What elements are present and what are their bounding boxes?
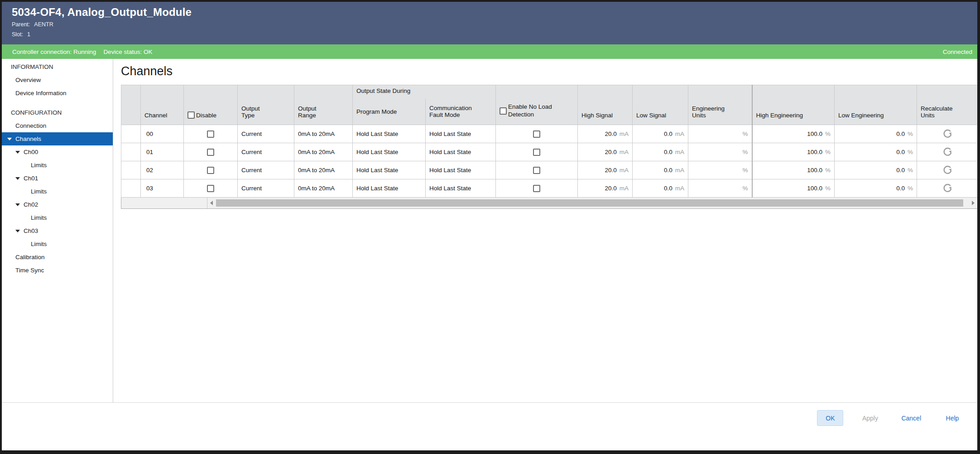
status-bar: Controller connection: Running Device st… xyxy=(2,44,977,59)
recalculate-icon[interactable] xyxy=(942,164,954,176)
recalculate-units-cell[interactable] xyxy=(917,179,977,198)
engineering-units-cell[interactable]: % xyxy=(688,125,752,143)
sidebar-item-ch00-limits[interactable]: Limits xyxy=(2,159,113,172)
horizontal-scrollbar[interactable] xyxy=(121,198,977,209)
apply-button[interactable]: Apply xyxy=(857,410,883,426)
disable-all-checkbox[interactable] xyxy=(187,111,195,119)
sidebar-item-label: Ch01 xyxy=(24,175,38,182)
recalculate-units-cell[interactable] xyxy=(917,161,977,179)
row-selector-cell[interactable] xyxy=(121,161,141,179)
channel-cell: 03 xyxy=(141,179,184,198)
col-header-disable: Disable xyxy=(184,85,238,125)
high-engineering-cell[interactable]: 100.0% xyxy=(752,125,835,143)
low-signal-cell[interactable]: 0.0mA xyxy=(633,161,688,179)
recalculate-units-cell[interactable] xyxy=(917,125,977,143)
output-range-cell[interactable]: 0mA to 20mA xyxy=(294,179,353,198)
sidebar-item-channels[interactable]: Channels xyxy=(2,132,113,145)
disable-checkbox[interactable] xyxy=(207,130,214,138)
enable-no-load-all-checkbox[interactable] xyxy=(500,107,507,115)
recalculate-units-cell[interactable] xyxy=(917,143,977,161)
output-range-cell[interactable]: 0mA to 20mA xyxy=(294,161,353,179)
engineering-units-cell[interactable]: % xyxy=(688,179,752,198)
program-mode-cell[interactable]: Hold Last State xyxy=(353,125,426,143)
enable-no-load-checkbox[interactable] xyxy=(533,130,540,138)
program-mode-cell[interactable]: Hold Last State xyxy=(353,161,426,179)
high-signal-cell[interactable]: 20.0mA xyxy=(578,143,633,161)
high-signal-cell[interactable]: 20.0mA xyxy=(578,125,633,143)
enable-no-load-checkbox[interactable] xyxy=(533,185,540,192)
row-selector-cell[interactable] xyxy=(121,143,141,161)
scrollbar-track[interactable] xyxy=(216,198,969,208)
high-signal-cell[interactable]: 20.0mA xyxy=(578,161,633,179)
low-signal-cell[interactable]: 0.0mA xyxy=(633,125,688,143)
disable-checkbox[interactable] xyxy=(207,185,214,192)
col-header-high-signal: High Signal xyxy=(578,85,633,125)
recalculate-icon[interactable] xyxy=(942,182,954,194)
low-engineering-unit: % xyxy=(908,149,913,155)
program-mode-cell[interactable]: Hold Last State xyxy=(353,143,426,161)
engineering-units-cell[interactable]: % xyxy=(688,143,752,161)
row-selector-cell[interactable] xyxy=(121,125,141,143)
ok-button[interactable]: OK xyxy=(817,410,843,426)
sidebar-item-ch01[interactable]: Ch01 xyxy=(2,172,113,185)
high-engineering-cell[interactable]: 100.0% xyxy=(752,143,835,161)
sidebar-item-ch00[interactable]: Ch00 xyxy=(2,145,113,159)
disable-checkbox[interactable] xyxy=(207,167,214,174)
scroll-left-button[interactable] xyxy=(207,198,216,208)
cancel-button[interactable]: Cancel xyxy=(897,410,926,426)
output-type-cell[interactable]: Current xyxy=(238,125,294,143)
sidebar-item-ch02[interactable]: Ch02 xyxy=(2,198,113,211)
low-engineering-cell[interactable]: 0.0% xyxy=(835,179,917,198)
high-engineering-cell[interactable]: 100.0% xyxy=(752,179,835,198)
output-range-cell[interactable]: 0mA to 20mA xyxy=(294,143,353,161)
comm-fault-mode-cell[interactable]: Hold Last State xyxy=(426,161,496,179)
low-engineering-cell[interactable]: 0.0% xyxy=(835,125,917,143)
enable-no-load-cell[interactable] xyxy=(496,143,578,161)
high-engineering-unit: % xyxy=(825,130,831,137)
sidebar-item-ch01-limits[interactable]: Limits xyxy=(2,185,113,198)
scrollbar-thumb[interactable] xyxy=(216,199,963,207)
recalculate-icon[interactable] xyxy=(942,145,954,158)
comm-fault-mode-cell[interactable]: Hold Last State xyxy=(426,143,496,161)
sidebar-section-information: INFORMATION xyxy=(2,60,113,73)
low-engineering-cell[interactable]: 0.0% xyxy=(835,161,917,179)
enable-no-load-cell[interactable] xyxy=(496,161,578,179)
enable-no-load-checkbox[interactable] xyxy=(533,149,540,156)
comm-fault-mode-cell[interactable]: Hold Last State xyxy=(426,179,496,198)
help-button[interactable]: Help xyxy=(939,410,966,426)
sidebar-item-device-information[interactable]: Device Information xyxy=(2,87,113,100)
enable-no-load-checkbox[interactable] xyxy=(533,167,540,174)
disable-cell[interactable] xyxy=(184,161,238,179)
recalculate-icon[interactable] xyxy=(942,127,954,140)
output-type-cell[interactable]: Current xyxy=(238,179,294,198)
disable-cell[interactable] xyxy=(184,143,238,161)
channel-cell: 00 xyxy=(141,125,184,143)
low-engineering-cell[interactable]: 0.0% xyxy=(835,143,917,161)
high-signal-cell[interactable]: 20.0mA xyxy=(578,179,633,198)
program-mode-cell[interactable]: Hold Last State xyxy=(353,179,426,198)
sidebar-item-time-sync[interactable]: Time Sync xyxy=(2,264,113,277)
enable-no-load-cell[interactable] xyxy=(496,125,578,143)
disable-cell[interactable] xyxy=(184,125,238,143)
scroll-right-button[interactable] xyxy=(969,198,977,208)
high-engineering-cell[interactable]: 100.0% xyxy=(752,161,835,179)
disable-cell[interactable] xyxy=(184,179,238,198)
chevron-down-icon xyxy=(15,177,20,180)
sidebar-item-ch02-limits[interactable]: Limits xyxy=(2,211,113,224)
sidebar-item-ch03-limits[interactable]: Limits xyxy=(2,237,113,251)
sidebar-item-overview[interactable]: Overview xyxy=(2,73,113,87)
row-selector-cell[interactable] xyxy=(121,179,141,198)
engineering-units-cell[interactable]: % xyxy=(688,161,752,179)
output-range-cell[interactable]: 0mA to 20mA xyxy=(294,125,353,143)
low-signal-cell[interactable]: 0.0mA xyxy=(633,179,688,198)
disable-checkbox[interactable] xyxy=(207,149,214,156)
enable-no-load-cell[interactable] xyxy=(496,179,578,198)
comm-fault-mode-cell[interactable]: Hold Last State xyxy=(426,125,496,143)
sidebar-item-ch03[interactable]: Ch03 xyxy=(2,224,113,237)
output-type-cell[interactable]: Current xyxy=(238,143,294,161)
sidebar-item-connection[interactable]: Connection xyxy=(2,119,113,132)
low-signal-cell[interactable]: 0.0mA xyxy=(633,143,688,161)
sidebar-item-calibration[interactable]: Calibration xyxy=(2,251,113,264)
low-signal-value: 0.0 xyxy=(664,130,673,137)
output-type-cell[interactable]: Current xyxy=(238,161,294,179)
